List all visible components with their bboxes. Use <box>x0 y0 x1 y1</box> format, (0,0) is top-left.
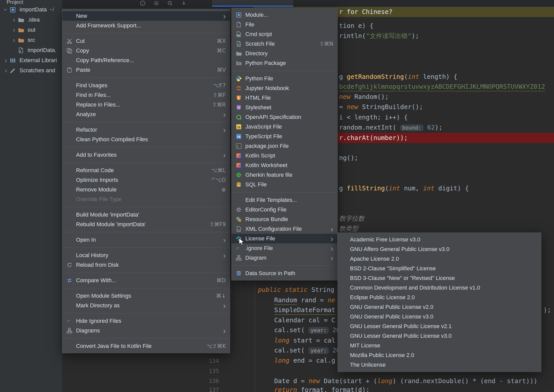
menu-item-label: GNU Affero General Public License v3.0 <box>350 246 449 253</box>
cut-icon <box>65 38 73 44</box>
menu-shortcut: ⌥F7 <box>206 82 226 88</box>
menu-item-label: Rebuild Module 'importData' <box>76 221 146 228</box>
menu-item-diagram[interactable]: Diagram› <box>232 253 337 263</box>
menu-item-open-in[interactable]: Open In› <box>62 235 230 245</box>
menu-item-find-usages[interactable]: Find Usages⌥F7 <box>62 81 230 90</box>
menu-item-remove-module[interactable]: Remove Module⊗ <box>62 185 230 194</box>
menu-item-convert-java-file-to-kotlin-file[interactable]: Convert Java File to Kotlin File⌥⇧⌘K <box>62 341 230 351</box>
menu-item-license-file[interactable]: License File› <box>232 234 337 243</box>
menu-item-replace-in-files[interactable]: Replace in Files...⇧⌘R <box>62 100 230 110</box>
menu-item-label: Add Framework Support... <box>76 22 141 29</box>
menu-item-academic-free-license-v3-0[interactable]: Academic Free License v3.0 <box>338 235 541 244</box>
menu-item-analyze[interactable]: Analyze› <box>62 110 230 119</box>
chevron-collapsed-icon[interactable]: › <box>11 27 17 33</box>
tree-item-external-librari[interactable]: ›External Librari <box>0 55 62 65</box>
menu-item-cmd-script[interactable]: CMDCmd script <box>232 29 337 39</box>
code-line: g fillString(int num, int digit) { <box>339 183 469 193</box>
menu-item-mark-directory-as[interactable]: Mark Directory as› <box>62 301 230 310</box>
menu-item-label: SQL File <box>245 181 267 188</box>
tree-item-src[interactable]: ›src <box>0 35 62 45</box>
menu-item-hide-ignored-files[interactable]: .i*Hide Ignored Files <box>62 316 230 326</box>
menu-item-package-json-file[interactable]: {}package.json File <box>232 141 337 151</box>
menu-item-sql-file[interactable]: SQLSQL File <box>232 180 337 189</box>
menu-item-open-module-settings[interactable]: Open Module Settings⌘↓ <box>62 291 230 301</box>
menu-item-mozilla-public-license-2-0[interactable]: Mozilla Public License 2.0 <box>338 350 541 360</box>
menu-item-label: Reformat Code <box>76 167 114 174</box>
menu-separator <box>232 71 337 71</box>
menu-item-bsd-3-clause-new-or-revised-license[interactable]: BSD 3-Clause "New" or "Revised" License <box>338 273 541 283</box>
menu-item-reload-from-disk[interactable]: Reload from Disk <box>62 260 230 270</box>
python-icon <box>235 75 243 82</box>
chevron-collapsed-icon[interactable]: › <box>3 67 9 74</box>
menu-item-compare-with[interactable]: Compare With...⌘D <box>62 276 230 285</box>
menu-item-stylesheet[interactable]: CSSStylesheet <box>232 103 337 112</box>
menu-item-copy[interactable]: Copy⌘C <box>62 46 230 56</box>
menu-item-apache-license-2-0[interactable]: Apache License 2.0 <box>338 254 541 264</box>
menu-item-python-package[interactable]: Python Package <box>232 58 337 68</box>
menu-item-editorconfig-file[interactable]: EditorConfig File <box>232 205 337 215</box>
menu-item-new[interactable]: New› <box>62 11 230 21</box>
tree-item-out[interactable]: ›out <box>0 25 62 35</box>
menu-item-cut[interactable]: Cut⌘X <box>62 36 230 46</box>
menu-item-the-unlicense[interactable]: The Unlicense <box>338 360 541 370</box>
menu-item-mit-license[interactable]: MIT License <box>338 341 541 350</box>
menu-item-typescript-file[interactable]: TSTypeScript File <box>232 132 337 141</box>
menu-item-copy-path-reference[interactable]: Copy Path/Reference... <box>62 56 230 65</box>
menu-item-jupyter-notebook[interactable]: Jupyter Notebook <box>232 83 337 93</box>
chevron-collapsed-icon[interactable]: › <box>11 16 17 23</box>
menu-item-data-source-in-path[interactable]: Data Source in Path <box>232 269 337 278</box>
tree-item-scratches-and[interactable]: ›Scratches and <box>0 65 62 76</box>
menu-item-label: EditorConfig File <box>245 206 287 213</box>
editor-tab[interactable] <box>212 0 293 7</box>
chevron-collapsed-icon[interactable]: › <box>3 57 9 64</box>
menu-item-gnu-affero-general-public-license-v3-0[interactable]: GNU Affero General Public License v3.0 <box>338 244 541 254</box>
arrow-down-icon[interactable] <box>181 1 187 6</box>
menu-item-build-module-importdata[interactable]: Build Module 'importData' <box>62 210 230 220</box>
menu-item-gnu-lesser-general-public-license-v3-0[interactable]: GNU Lesser General Public License v3.0 <box>338 331 541 341</box>
menu-item-gherkin-feature-file[interactable]: Gherkin feature file <box>232 170 337 180</box>
menu-item-gnu-general-public-license-v3-0[interactable]: GNU General Public License v3.0 <box>338 312 541 322</box>
menu-item-label: package.json File <box>245 143 289 149</box>
top-bar: i <box>0 0 554 7</box>
libraries-icon <box>10 57 17 64</box>
menu-item-python-file[interactable]: Python File <box>232 74 337 83</box>
tree-item-importdata[interactable]: ›importData~/ <box>0 5 62 15</box>
menu-item-add-to-favorites[interactable]: Add to Favorites› <box>62 150 230 160</box>
menu-item-resource-bundle[interactable]: Resource Bundle <box>232 215 337 224</box>
menu-item-eclipse-public-license-2-0[interactable]: Eclipse Public License 2.0 <box>338 293 541 302</box>
menu-item-ignore-file[interactable]: .i*.ignore File› <box>232 243 337 253</box>
menu-item-file[interactable]: File <box>232 20 337 29</box>
menu-item-scratch-file[interactable]: Scratch File⇧⌘N <box>232 39 337 49</box>
menu-item-edit-file-templates[interactable]: Edit File Templates... <box>232 195 337 205</box>
menu-item-directory[interactable]: Directory <box>232 49 337 58</box>
menu-item-local-history[interactable]: Local History› <box>62 251 230 260</box>
menu-item-paste[interactable]: Paste⌘V <box>62 65 230 75</box>
menu-item-refactor[interactable]: Refactor› <box>62 125 230 135</box>
menu-item-kotlin-worksheet[interactable]: Kotlin Worksheet <box>232 161 337 170</box>
info-icon[interactable]: i <box>140 1 145 6</box>
menu-item-add-framework-support[interactable]: Add Framework Support... <box>62 21 230 30</box>
menu-item-module[interactable]: Module... <box>232 10 337 20</box>
chevron-expanded-icon[interactable]: › <box>3 6 9 13</box>
menu-item-rebuild-module-importdata[interactable]: Rebuild Module 'importData'⇧⌘F9 <box>62 220 230 229</box>
menu-item-javascript-file[interactable]: JSJavaScript File <box>232 122 337 132</box>
tree-item-importdata[interactable]: importData. <box>0 45 62 55</box>
menu-item-html-file[interactable]: 5HTML File <box>232 93 337 103</box>
menu-item-optimize-imports[interactable]: Optimize Imports^⌥O <box>62 175 230 185</box>
menu-item-common-development-and-distribution-license-v1-0[interactable]: Common Development and Distribution Lice… <box>338 283 541 293</box>
search-icon[interactable] <box>167 1 173 6</box>
menu-item-bsd-2-clause-simplified-license[interactable]: BSD 2-Clause "Simplified" License <box>338 264 541 273</box>
tree-item-idea[interactable]: ›.idea <box>0 15 62 25</box>
menu-item-find-in-files[interactable]: Find in Files...⇧⌘F <box>62 90 230 100</box>
menu-item-gnu-lesser-general-public-license-v2-1[interactable]: GNU Lesser General Public License v2.1 <box>338 322 541 331</box>
menu-item-reformat-code[interactable]: Reformat Code⌥⌘L <box>62 166 230 175</box>
menu-item-xml-configuration-file[interactable]: XMLXML Configuration File› <box>232 224 337 234</box>
menu-item-kotlin-script[interactable]: Kotlin Script <box>232 151 337 161</box>
chevron-collapsed-icon[interactable]: › <box>11 37 17 43</box>
menu-icon[interactable] <box>154 1 159 6</box>
menu-item-clean-python-compiled-files[interactable]: Clean Python Compiled Files <box>62 135 230 144</box>
menu-item-diagrams[interactable]: Diagrams› <box>62 326 230 335</box>
menu-shortcut: ⌘C <box>209 48 226 54</box>
menu-item-gnu-general-public-license-v2-0[interactable]: GNU General Public License v2.0 <box>338 302 541 312</box>
menu-item-openapi-specification[interactable]: OpenAPI Specification <box>232 112 337 122</box>
